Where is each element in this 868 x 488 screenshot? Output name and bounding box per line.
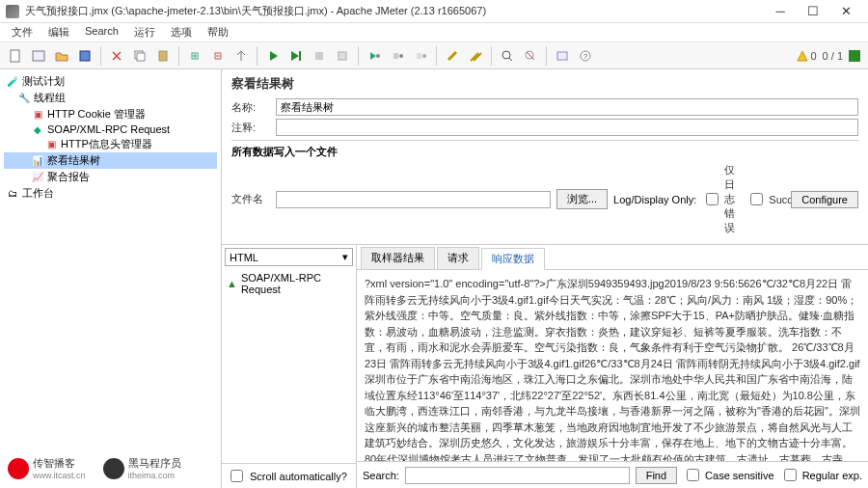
header-icon: ▣ — [44, 139, 58, 150]
chevron-down-icon: ▾ — [342, 251, 348, 263]
tab-request[interactable]: 请求 — [437, 247, 479, 269]
menu-file[interactable]: 文件 — [4, 23, 41, 41]
brand-footer: 传智播客www.itcast.cn 黑马程序员itheima.com — [8, 456, 181, 480]
tree-thread-group[interactable]: 🔧线程组 — [4, 90, 217, 106]
svg-rect-17 — [557, 52, 567, 60]
tree-view-results[interactable]: 📊察看结果树 — [4, 152, 217, 169]
success-icon: ▲ — [227, 278, 237, 289]
cut-icon[interactable] — [106, 45, 127, 67]
logonly-label: Log/Display Only: — [613, 194, 696, 205]
svg-point-15 — [502, 51, 510, 59]
reset-search-icon[interactable] — [520, 45, 541, 67]
thread-icon: 🔧 — [17, 93, 31, 104]
tab-response[interactable]: 响应数据 — [481, 248, 545, 270]
search-tool-icon[interactable] — [497, 45, 518, 67]
menu-help[interactable]: 帮助 — [200, 23, 236, 41]
svg-point-10 — [376, 54, 380, 58]
tree-test-plan[interactable]: 🧪测试计划 — [4, 73, 217, 90]
help-icon[interactable]: ? — [575, 45, 596, 67]
case-sensitive-checkbox[interactable]: Case sensitive — [683, 466, 774, 484]
configure-button[interactable]: Configure — [791, 191, 858, 208]
panel-title: 察看结果树 — [231, 75, 858, 93]
svg-rect-20 — [849, 50, 860, 62]
tree-soap-request[interactable]: ◆SOAP/XML-RPC Request — [4, 122, 217, 136]
results-icon: 📊 — [31, 155, 44, 167]
scroll-auto-checkbox[interactable] — [231, 470, 243, 482]
svg-point-12 — [399, 54, 403, 58]
svg-rect-1 — [33, 51, 44, 61]
minimize-button[interactable]: ─ — [764, 0, 797, 23]
flask-icon: 🧪 — [6, 76, 19, 88]
svg-rect-2 — [80, 51, 90, 61]
toolbar: ? 0 0 / 1 — [0, 42, 868, 69]
remote-start-icon[interactable] — [364, 45, 385, 67]
svg-rect-13 — [417, 53, 421, 59]
svg-rect-0 — [11, 50, 19, 62]
run-counter: 0 / 1 — [823, 50, 843, 62]
svg-rect-8 — [315, 52, 323, 60]
name-label: 名称: — [231, 100, 270, 115]
stop-icon[interactable] — [309, 45, 330, 67]
remote-stop-icon[interactable] — [387, 45, 408, 67]
svg-point-14 — [422, 54, 426, 58]
workbench-icon: 🗂 — [6, 188, 19, 200]
response-body[interactable]: ?xml version="1.0" encoding="utf-8"?>广东深… — [357, 270, 868, 461]
save-icon[interactable] — [74, 45, 95, 67]
aggregate-icon: 📈 — [31, 172, 44, 183]
function-helper-icon[interactable] — [552, 45, 573, 67]
menu-run[interactable]: 运行 — [126, 23, 163, 41]
menu-search[interactable]: Search — [77, 23, 126, 41]
expand-icon[interactable] — [184, 45, 205, 67]
maximize-button[interactable]: ☐ — [797, 0, 829, 23]
menubar: 文件 编辑 Search 运行 选项 帮助 — [0, 23, 868, 42]
toggle-icon[interactable] — [231, 45, 252, 67]
results-list[interactable]: ▲SOAP/XML-RPC Request — [222, 269, 356, 463]
svg-rect-4 — [137, 53, 145, 61]
svg-text:?: ? — [583, 52, 588, 61]
clear-all-icon[interactable] — [465, 45, 486, 67]
shutdown-icon[interactable] — [332, 45, 353, 67]
name-field[interactable] — [276, 98, 858, 116]
filename-label: 文件名 — [231, 192, 270, 206]
search-input[interactable] — [405, 467, 630, 484]
find-button[interactable]: Find — [636, 467, 677, 484]
comment-label: 注释: — [231, 121, 270, 135]
filename-field[interactable] — [276, 191, 551, 208]
menu-options[interactable]: 选项 — [163, 23, 200, 41]
result-item[interactable]: ▲SOAP/XML-RPC Request — [226, 271, 352, 296]
menu-edit[interactable]: 编辑 — [41, 23, 77, 41]
templates-icon[interactable] — [28, 45, 49, 67]
clear-icon[interactable] — [442, 45, 463, 67]
tree-cookie-mgr[interactable]: ▣HTTP Cookie 管理器 — [4, 106, 217, 122]
close-button[interactable]: ✕ — [829, 0, 862, 23]
tree-aggregate[interactable]: 📈聚合报告 — [4, 169, 217, 185]
test-plan-tree[interactable]: 🧪测试计划 🔧线程组 ▣HTTP Cookie 管理器 ◆SOAP/XML-RP… — [0, 69, 222, 488]
copy-icon[interactable] — [129, 45, 150, 67]
brand-itheima[interactable]: 黑马程序员itheima.com — [103, 456, 181, 480]
remote-shutdown-icon[interactable] — [410, 45, 431, 67]
window-title: 天气预报接口.jmx (G:\apache-jmeter-2.13\bin\天气… — [25, 4, 764, 18]
comment-field[interactable] — [276, 119, 858, 136]
regex-checkbox[interactable]: Regular exp. — [780, 466, 862, 484]
status-indicator — [849, 50, 860, 62]
open-icon[interactable] — [51, 45, 72, 67]
start-icon[interactable] — [262, 45, 284, 67]
new-icon[interactable] — [5, 45, 26, 67]
start-notimer-icon[interactable] — [285, 45, 307, 67]
svg-rect-5 — [159, 51, 167, 61]
scroll-auto-label: Scroll automatically? — [250, 471, 347, 482]
request-icon: ◆ — [31, 123, 44, 135]
successes-checkbox[interactable]: Successes — [746, 190, 785, 208]
errors-only-checkbox[interactable]: 仅日志错误 — [702, 163, 741, 235]
tree-workbench[interactable]: 🗂工作台 — [4, 185, 217, 202]
cookie-icon: ▣ — [31, 109, 44, 121]
renderer-select[interactable]: HTML▾ — [225, 248, 353, 266]
svg-rect-11 — [393, 53, 398, 59]
warn-indicator: 0 — [797, 50, 816, 62]
collapse-icon[interactable] — [207, 45, 229, 67]
brand-itcast[interactable]: 传智播客www.itcast.cn — [8, 456, 86, 480]
paste-icon[interactable] — [152, 45, 174, 67]
tree-header-mgr[interactable]: ▣HTTP信息头管理器 — [4, 136, 217, 152]
tab-sampler[interactable]: 取样器结果 — [361, 247, 435, 269]
browse-button[interactable]: 浏览... — [556, 189, 608, 209]
